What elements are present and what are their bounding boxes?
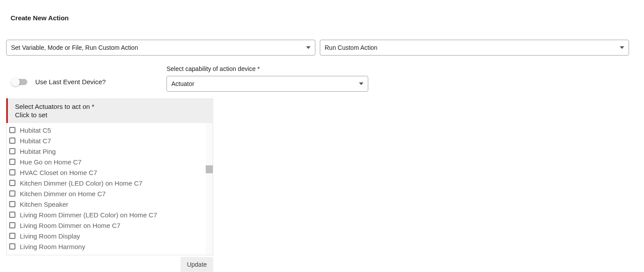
list-item-label: Living Room Dimmer (LED Color) on Home C… — [20, 211, 157, 219]
list-item-label: Hubitat C5 — [20, 127, 51, 134]
list-item[interactable]: Living Room Display — [9, 231, 210, 241]
last-event-toggle[interactable] — [12, 79, 27, 85]
list-item[interactable]: Hubitat C5 — [9, 125, 210, 135]
list-item[interactable]: Living Room Harmony — [9, 241, 210, 252]
list-item[interactable]: HVAC Closet on Home C7 — [9, 167, 210, 178]
list-item-label: Living Room Harmony — [20, 243, 85, 250]
action-type-select[interactable]: Set Variable, Mode or File, Run Custom A… — [6, 40, 315, 56]
checkbox-icon[interactable] — [9, 169, 15, 175]
list-item[interactable]: Kitchen Speaker — [9, 199, 210, 209]
chevron-down-icon — [620, 46, 624, 49]
action-subtype-select[interactable]: Run Custom Action — [320, 40, 629, 56]
actuator-panel: Select Actuators to act on * Click to se… — [6, 98, 213, 255]
checkbox-icon[interactable] — [9, 190, 15, 197]
list-item-label: Hubitat C7 — [20, 137, 51, 145]
list-item[interactable]: Hubitat Ping — [9, 146, 210, 156]
scrollbar-track[interactable] — [206, 123, 213, 255]
checkbox-icon[interactable] — [9, 148, 15, 154]
checkbox-icon[interactable] — [9, 180, 15, 186]
checkbox-icon[interactable] — [9, 243, 15, 250]
capability-column: Select capability of action device * Act… — [167, 65, 368, 92]
list-item-label: Kitchen Speaker — [20, 201, 68, 208]
list-item-label: Kitchen Dimmer on Home C7 — [20, 190, 106, 197]
list-item-label: Living Room Dimmer on Home C7 — [20, 222, 120, 229]
list-item-label: HVAC Closet on Home C7 — [20, 169, 97, 176]
checkbox-icon[interactable] — [9, 222, 15, 228]
actuator-panel-title: Select Actuators to act on * — [15, 103, 206, 110]
update-button[interactable]: Update — [181, 257, 213, 272]
list-item[interactable]: Kitchen Dimmer (LED Color) on Home C7 — [9, 178, 210, 188]
checkbox-icon[interactable] — [9, 212, 15, 218]
list-item[interactable]: Kitchen Dimmer on Home C7 — [9, 188, 210, 199]
list-item[interactable]: Hue Go on Home C7 — [9, 156, 210, 167]
list-item[interactable]: Hubitat C7 — [9, 135, 210, 146]
toggle-knob — [11, 78, 20, 86]
checkbox-icon[interactable] — [9, 233, 15, 239]
row2: Use Last Event Device? — [6, 64, 106, 86]
list-item[interactable]: Living Room Dimmer (LED Color) on Home C… — [9, 209, 210, 220]
list-item-label: Hubitat Ping — [20, 148, 56, 155]
chevron-down-icon — [359, 82, 363, 85]
checkbox-icon[interactable] — [9, 159, 15, 165]
list-item[interactable]: Living Room Dimmer on Home C7 — [9, 220, 210, 231]
actuator-panel-subtitle: Click to set — [15, 111, 206, 119]
checkbox-icon[interactable] — [9, 201, 15, 207]
action-subtype-value: Run Custom Action — [325, 44, 378, 51]
checkbox-icon[interactable] — [9, 138, 15, 144]
capability-value: Actuator — [171, 80, 194, 87]
last-event-toggle-wrap: Use Last Event Device? — [12, 78, 106, 86]
action-type-value: Set Variable, Mode or File, Run Custom A… — [11, 44, 138, 51]
list-item-label: Hue Go on Home C7 — [20, 158, 81, 166]
capability-label: Select capability of action device * — [167, 65, 368, 72]
list-item-label: Living Room Display — [20, 232, 80, 240]
page-title: Create New Action — [11, 14, 69, 22]
chevron-down-icon — [306, 46, 311, 49]
actuator-list: Hubitat C5Hubitat C7Hubitat PingHue Go o… — [6, 123, 213, 255]
capability-select[interactable]: Actuator — [167, 76, 368, 92]
actuator-panel-header[interactable]: Select Actuators to act on * Click to se… — [6, 98, 213, 123]
checkbox-icon[interactable] — [9, 127, 15, 133]
list-item-label: Kitchen Dimmer (LED Color) on Home C7 — [20, 179, 142, 187]
action-select-row: Set Variable, Mode or File, Run Custom A… — [6, 40, 629, 56]
last-event-toggle-label: Use Last Event Device? — [35, 78, 106, 86]
scrollbar-thumb[interactable] — [206, 165, 213, 173]
